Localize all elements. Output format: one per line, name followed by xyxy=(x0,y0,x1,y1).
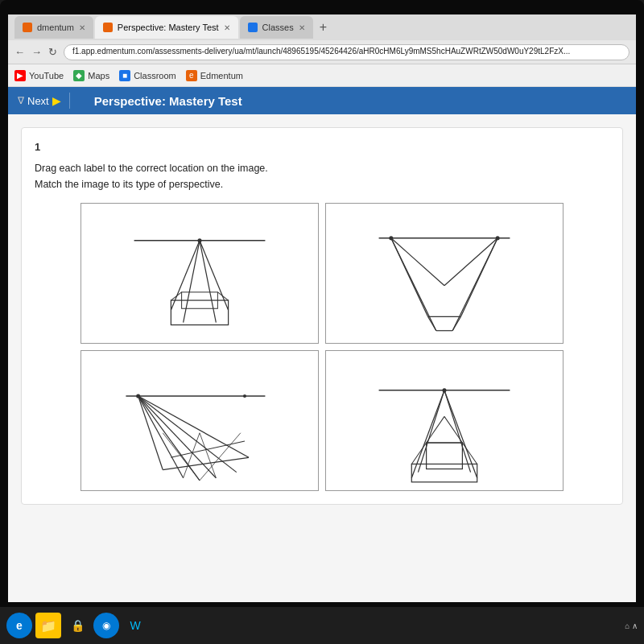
tab-2-favicon xyxy=(103,23,113,32)
svg-line-43 xyxy=(444,390,477,478)
svg-line-28 xyxy=(138,396,200,481)
tab-3-favicon xyxy=(248,23,258,32)
youtube-icon: ▶ xyxy=(14,70,26,81)
svg-line-5 xyxy=(200,241,216,323)
svg-line-22 xyxy=(452,316,460,330)
taskbar-app-icon[interactable]: W xyxy=(122,613,148,638)
tab-1-label: dmentum xyxy=(37,23,74,32)
nav-arrow-left: ∇ xyxy=(18,95,24,106)
svg-line-4 xyxy=(184,241,200,323)
image-cell-4[interactable] xyxy=(325,350,564,491)
browser-window: dmentum ✕ Perspective: Mastery Test ✕ Cl… xyxy=(8,14,636,602)
taskbar-browser-icon[interactable]: ◉ xyxy=(93,613,119,638)
svg-line-2 xyxy=(171,241,200,311)
question-card: 1 Drag each label to the correct locatio… xyxy=(21,127,623,505)
app-toolbar: ∇ Next ▶ Perspective: Mastery Test xyxy=(8,87,636,114)
svg-line-40 xyxy=(418,390,444,473)
bookmark-youtube-label: YouTube xyxy=(29,71,64,80)
tab-2[interactable]: Perspective: Mastery Test ✕ xyxy=(95,16,238,39)
content-area: 1 Drag each label to the correct locatio… xyxy=(8,114,636,602)
app-icon: W xyxy=(130,619,140,632)
tab-2-label: Perspective: Mastery Test xyxy=(118,23,219,32)
question-number: 1 xyxy=(35,141,609,153)
system-icons: ⌂ ∧ xyxy=(625,621,638,630)
edge-logo: e xyxy=(16,619,23,632)
toolbar-divider xyxy=(69,93,70,109)
svg-line-34 xyxy=(184,433,200,478)
svg-line-21 xyxy=(428,316,436,330)
perspective-image-4 xyxy=(326,351,563,490)
bookmark-maps[interactable]: ◆ Maps xyxy=(73,70,109,81)
question-sub-instruction: Match the image to its type of perspecti… xyxy=(35,179,609,190)
bookmark-classroom[interactable]: ■ Classroom xyxy=(119,70,176,81)
taskbar-explorer-icon[interactable]: 📁 xyxy=(35,613,61,638)
svg-line-14 xyxy=(391,238,444,286)
refresh-button[interactable]: ↻ xyxy=(48,46,57,58)
tab-2-close[interactable]: ✕ xyxy=(224,23,230,32)
image-cell-1[interactable] xyxy=(80,203,319,344)
bookmark-edmentum[interactable]: e Edmentum xyxy=(186,70,243,81)
next-button[interactable]: ∇ Next ▶ xyxy=(18,94,61,107)
svg-line-37 xyxy=(200,433,241,481)
svg-line-17 xyxy=(444,238,497,286)
svg-rect-44 xyxy=(411,464,477,481)
tab-3[interactable]: Classes ✕ xyxy=(240,16,313,39)
taskbar-system-tray: ⌂ ∧ xyxy=(625,621,638,630)
taskbar-edge-icon[interactable]: e xyxy=(6,613,32,638)
perspective-image-3 xyxy=(81,351,318,490)
new-tab-button[interactable]: + xyxy=(315,20,332,35)
browser-icon: ◉ xyxy=(102,620,110,631)
svg-line-48 xyxy=(427,416,444,443)
svg-line-30 xyxy=(138,396,237,473)
classroom-icon: ■ xyxy=(119,70,130,81)
explorer-icon: 📁 xyxy=(40,618,56,634)
bookmark-edmentum-label: Edmentum xyxy=(200,71,243,80)
svg-line-42 xyxy=(411,390,444,478)
back-button[interactable]: ← xyxy=(14,46,25,58)
perspective-image-2 xyxy=(326,204,563,343)
svg-line-9 xyxy=(217,292,228,300)
svg-point-25 xyxy=(243,394,246,398)
tab-3-label: Classes xyxy=(262,23,294,32)
tab-1-close[interactable]: ✕ xyxy=(79,23,85,32)
svg-rect-6 xyxy=(171,300,228,325)
edmentum-icon: e xyxy=(186,70,197,81)
next-label: Next xyxy=(27,95,49,107)
bookmark-youtube[interactable]: ▶ YouTube xyxy=(14,70,64,81)
forward-button[interactable]: → xyxy=(31,46,42,58)
svg-rect-45 xyxy=(427,443,463,469)
tab-1-favicon xyxy=(23,23,32,32)
bookmark-maps-label: Maps xyxy=(88,71,109,80)
address-bar: ← → ↻ f1.app.edmentum.com/assessments-de… xyxy=(8,40,636,64)
tab-1[interactable]: dmentum ✕ xyxy=(14,16,93,39)
taskbar-lock-icon[interactable]: 🔒 xyxy=(64,613,90,638)
svg-line-3 xyxy=(200,241,229,311)
next-arrow-icon: ▶ xyxy=(52,94,61,107)
image-cell-2[interactable] xyxy=(325,203,564,344)
bookmarks-bar: ▶ YouTube ◆ Maps ■ Classroom e Edmentum xyxy=(8,64,636,87)
tab-3-close[interactable]: ✕ xyxy=(299,23,305,32)
lock-icon: 🔒 xyxy=(71,619,85,632)
page-title: Perspective: Mastery Test xyxy=(94,94,242,108)
address-input[interactable]: f1.app.edmentum.com/assessments-delivery… xyxy=(64,44,630,60)
question-instruction: Drag each label to the correct location … xyxy=(35,163,609,174)
svg-line-41 xyxy=(444,390,471,473)
tab-bar: dmentum ✕ Perspective: Mastery Test ✕ Cl… xyxy=(8,14,636,40)
taskbar: e 📁 🔒 ◉ W ⌂ ∧ xyxy=(0,607,644,644)
svg-line-49 xyxy=(444,416,462,443)
image-cell-3[interactable] xyxy=(80,350,319,491)
address-text: f1.app.edmentum.com/assessments-delivery… xyxy=(72,47,570,56)
perspective-image-1 xyxy=(81,204,318,343)
maps-icon: ◆ xyxy=(73,70,85,81)
svg-line-29 xyxy=(138,396,217,478)
image-grid xyxy=(80,203,564,491)
bookmark-classroom-label: Classroom xyxy=(134,71,176,80)
svg-line-8 xyxy=(171,292,181,300)
